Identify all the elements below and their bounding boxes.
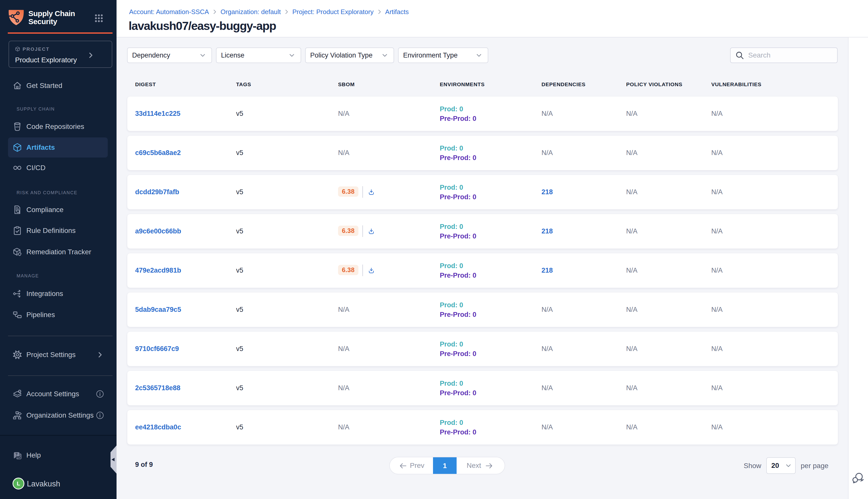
svg-text:</>: </> — [15, 126, 19, 129]
svg-text:?: ? — [15, 452, 17, 456]
